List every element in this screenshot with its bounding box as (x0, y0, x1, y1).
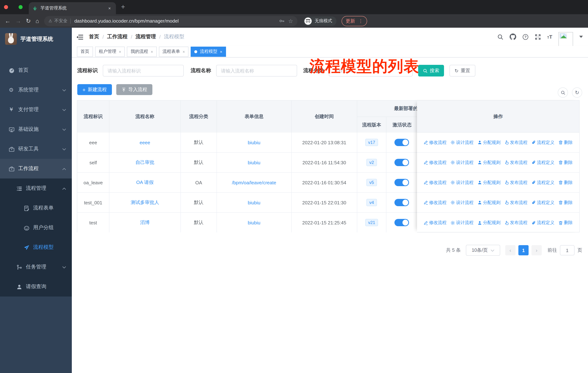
address-bar[interactable]: ⚠ 不安全 dashboard.yudao.iocoder.cn/bpm/man… (44, 16, 297, 26)
create-process-button[interactable]: + 新建流程 (77, 84, 112, 95)
search-button[interactable]: 搜索 (418, 65, 444, 77)
design-process-link[interactable]: 设计流程 (451, 159, 473, 166)
sidebar-collapse-icon[interactable] (77, 33, 83, 40)
tab-close-icon[interactable]: × (107, 6, 112, 11)
sidebar-item-home[interactable]: 首页 (0, 60, 72, 80)
publish-process-link[interactable]: 发布流程 (504, 179, 527, 186)
design-process-link[interactable]: 设计流程 (451, 220, 473, 226)
sidebar-item-process-form[interactable]: 流程表单 (0, 198, 72, 218)
sidebar-item-devtools[interactable]: 研发工具 (0, 139, 72, 159)
process-id-input[interactable] (103, 65, 184, 77)
sidebar-item-process-model[interactable]: 流程模型 (0, 238, 72, 257)
tab-my-process[interactable]: 我的流程× (127, 46, 157, 57)
status-toggle[interactable] (394, 159, 409, 166)
home-icon[interactable]: ⌂ (36, 18, 39, 24)
tab-process-form[interactable]: 流程表单× (159, 46, 189, 57)
import-process-button[interactable]: 导入流程 (116, 84, 152, 95)
next-page-button[interactable]: › (532, 245, 542, 255)
security-label[interactable]: 不安全 (54, 18, 67, 24)
breadcrumb-process-manage[interactable]: 流程管理 (136, 33, 156, 40)
fullscreen-icon[interactable] (535, 34, 541, 40)
process-definition-link[interactable]: 流程定义 (532, 220, 555, 226)
breadcrumb-home[interactable]: 首页 (89, 33, 99, 40)
design-process-link[interactable]: 设计流程 (451, 179, 473, 186)
design-process-link[interactable]: 设计流程 (451, 139, 473, 146)
process-name-link[interactable]: OA 请假 (136, 179, 153, 186)
process-name-link[interactable]: eeee (140, 140, 150, 145)
edit-process-link[interactable]: 修改流程 (424, 220, 447, 226)
form-link[interactable]: biubiu (248, 160, 260, 165)
tab-tenant[interactable]: 租户管理× (95, 46, 125, 57)
browser-menu-icon[interactable]: ⋮ (358, 18, 363, 24)
sidebar-item-workflow[interactable]: 工作流程 (0, 159, 72, 179)
form-link[interactable]: /bpm/oa/leave/create (232, 180, 276, 185)
assign-rule-link[interactable]: 分配规则 (478, 220, 501, 226)
window-minimize-button[interactable] (0, 5, 4, 9)
update-button[interactable]: 更新 ⋮ (342, 16, 367, 26)
github-icon[interactable] (510, 33, 516, 40)
status-toggle[interactable] (394, 219, 409, 226)
assign-rule-link[interactable]: 分配规则 (478, 200, 501, 206)
bookmark-star-icon[interactable]: ☆ (288, 18, 293, 24)
process-definition-link[interactable]: 流程定义 (532, 179, 555, 186)
publish-process-link[interactable]: 发布流程 (504, 159, 527, 166)
sidebar-item-infra[interactable]: 基础设施 (0, 120, 72, 139)
status-toggle[interactable] (394, 179, 409, 186)
status-toggle[interactable] (394, 139, 409, 146)
sidebar-item-system[interactable]: ⚙ 系统管理 (0, 80, 72, 100)
sidebar-item-task-manage[interactable]: 任务管理 (0, 257, 72, 277)
window-zoom-button[interactable] (19, 5, 23, 9)
publish-process-link[interactable]: 发布流程 (504, 200, 527, 206)
show-search-button[interactable] (558, 87, 568, 98)
delete-link[interactable]: 删除 (558, 220, 573, 226)
process-name-input[interactable] (216, 65, 297, 77)
reset-button[interactable]: ↻ 重置 (450, 65, 475, 77)
process-name-link[interactable]: 测试多审批人 (131, 199, 159, 206)
tab-home[interactable]: 首页 (77, 46, 93, 57)
update-label[interactable]: 更新 (346, 18, 355, 24)
form-link[interactable]: biubiu (248, 220, 260, 225)
edit-process-link[interactable]: 修改流程 (424, 139, 447, 146)
delete-link[interactable]: 删除 (558, 179, 573, 186)
help-icon[interactable] (522, 34, 529, 40)
browser-tab[interactable]: 芋道管理系统 × (29, 2, 116, 14)
tab-process-model[interactable]: 流程模型× (191, 46, 226, 57)
sidebar-item-payment[interactable]: ￥ 支付管理 (0, 100, 72, 120)
sidebar-item-process-manage[interactable]: 流程管理 (0, 179, 72, 198)
status-toggle[interactable] (394, 199, 409, 206)
search-icon[interactable] (497, 34, 504, 40)
assign-rule-link[interactable]: 分配规则 (478, 139, 501, 146)
process-name-link[interactable]: 自己审批 (136, 159, 154, 166)
process-definition-link[interactable]: 流程定义 (532, 159, 555, 166)
url-text[interactable]: dashboard.yudao.iocoder.cn/bpm/manager/m… (74, 18, 279, 24)
edit-process-link[interactable]: 修改流程 (424, 179, 447, 186)
prev-page-button[interactable]: ‹ (505, 245, 515, 255)
new-tab-button[interactable]: + (121, 3, 125, 11)
tab-close-icon[interactable]: × (183, 49, 185, 54)
tab-close-icon[interactable]: × (119, 49, 121, 54)
breadcrumb-workflow[interactable]: 工作流程 (107, 33, 128, 40)
edit-process-link[interactable]: 修改流程 (424, 159, 447, 166)
tab-close-icon[interactable]: × (151, 49, 153, 54)
form-link[interactable]: biubiu (248, 200, 260, 205)
delete-link[interactable]: 删除 (558, 200, 573, 206)
form-link[interactable]: biubiu (248, 140, 260, 145)
process-name-link[interactable]: 滔博 (140, 219, 150, 226)
refresh-button[interactable]: ↻ (572, 87, 582, 98)
sidebar-item-leave-query[interactable]: 请假查询 (0, 277, 72, 296)
reload-icon[interactable]: ↻ (26, 18, 31, 24)
process-definition-link[interactable]: 流程定义 (532, 200, 555, 206)
sidebar-item-user-group[interactable]: 用户分组 (0, 218, 72, 238)
assign-rule-link[interactable]: 分配规则 (478, 179, 501, 186)
window-close-button[interactable] (4, 5, 8, 9)
page-size-select[interactable]: 10条/页 (466, 245, 500, 256)
publish-process-link[interactable]: 发布流程 (504, 139, 527, 146)
delete-link[interactable]: 删除 (558, 159, 573, 166)
avatar-dropdown-icon[interactable] (579, 36, 583, 38)
process-definition-link[interactable]: 流程定义 (532, 139, 555, 146)
font-size-icon[interactable]: TT (547, 34, 552, 40)
forward-icon[interactable]: → (15, 18, 21, 24)
key-icon[interactable] (279, 18, 284, 24)
current-page-button[interactable]: 1 (518, 245, 529, 255)
tab-close-icon[interactable]: × (220, 49, 222, 54)
